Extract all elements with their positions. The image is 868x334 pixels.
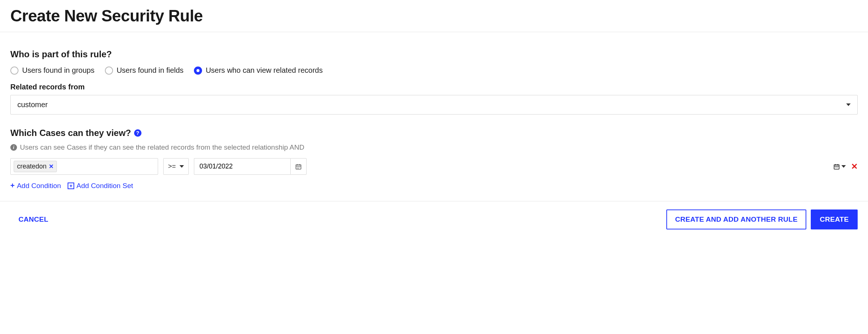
condition-operator-select[interactable]: >= (163, 158, 189, 175)
chevron-down-icon (180, 165, 184, 168)
condition-row: createdon ✕ >= (10, 158, 858, 175)
radio-users-groups[interactable]: Users found in groups (10, 66, 95, 75)
who-radio-group: Users found in groups Users found in fie… (10, 66, 858, 75)
info-icon: i (10, 144, 17, 151)
chevron-down-icon (846, 103, 851, 106)
chevron-down-icon (841, 165, 846, 168)
header-divider (0, 32, 868, 32)
operator-value: >= (168, 163, 176, 170)
field-token: createdon ✕ (14, 161, 57, 172)
add-condition-link[interactable]: + Add Condition (10, 181, 61, 190)
page-title: Create New Security Rule (10, 7, 858, 25)
calendar-icon (833, 163, 840, 170)
add-condition-label: Add Condition (17, 182, 61, 190)
select-value: customer (17, 100, 48, 109)
date-type-toggle[interactable] (833, 163, 846, 170)
help-icon[interactable]: ? (134, 129, 141, 137)
radio-label: Users found in groups (22, 66, 95, 75)
condition-date-input[interactable] (194, 158, 290, 175)
field-token-label: createdon (17, 163, 47, 170)
radio-icon (10, 67, 18, 75)
radio-label: Users found in fields (117, 66, 184, 75)
remove-token-icon[interactable]: ✕ (49, 163, 54, 170)
related-records-label: Related records from (10, 83, 858, 91)
remove-condition-button[interactable]: ✕ (851, 162, 858, 171)
radio-users-related[interactable]: Users who can view related records (194, 66, 323, 75)
boxed-plus-icon: + (68, 183, 74, 189)
condition-field-input[interactable]: createdon ✕ (10, 158, 158, 175)
which-heading: Which Cases can they view? (10, 128, 131, 138)
related-records-select[interactable]: customer (10, 95, 858, 115)
add-condition-set-label: Add Condition Set (76, 182, 133, 190)
create-button[interactable]: CREATE (811, 209, 858, 229)
which-info-line: i Users can see Cases if they can see th… (10, 143, 858, 151)
condition-date-wrap (194, 158, 307, 175)
which-info-text: Users can see Cases if they can see the … (20, 143, 304, 151)
radio-label: Users who can view related records (206, 66, 323, 75)
cancel-button[interactable]: CANCEL (10, 210, 57, 229)
create-and-add-another-button[interactable]: CREATE AND ADD ANOTHER RULE (666, 209, 807, 229)
calendar-icon (295, 163, 302, 170)
radio-icon (105, 67, 113, 75)
add-condition-set-link[interactable]: + Add Condition Set (68, 182, 133, 190)
radio-icon-selected (194, 67, 202, 75)
who-heading: Who is part of this rule? (10, 49, 858, 59)
plus-icon: + (10, 181, 15, 190)
date-picker-button[interactable] (290, 158, 307, 175)
footer-bar: CANCEL CREATE AND ADD ANOTHER RULE CREAT… (0, 201, 868, 238)
radio-users-fields[interactable]: Users found in fields (105, 66, 184, 75)
